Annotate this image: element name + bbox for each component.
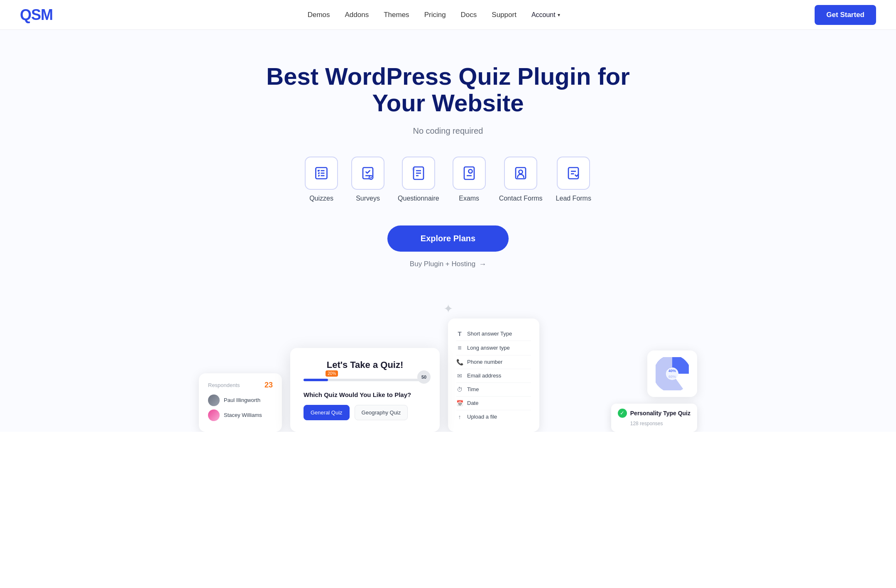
exams-icon — [462, 166, 477, 181]
hero-title: Best WordPress Quiz Plugin for Your Webs… — [261, 63, 635, 116]
feature-quizzes[interactable]: Quizzes — [305, 157, 338, 202]
quiz-card-title: Let's Take a Quiz! — [304, 360, 426, 370]
feature-surveys[interactable]: Surveys — [351, 157, 384, 202]
short-answer-label: Short answer Type — [467, 331, 512, 337]
personality-quiz-title: Personality Type Quiz — [630, 410, 690, 416]
nav-links: Demos Addons Themes Pricing Docs Support… — [308, 11, 560, 19]
questionnaire-label: Questionnaire — [398, 195, 439, 202]
feature-lead-forms[interactable]: Lead Forms — [556, 157, 591, 202]
questionnaire-icon — [411, 166, 426, 181]
quizzes-icon-box — [305, 157, 338, 190]
nav-pricing[interactable]: Pricing — [424, 11, 446, 19]
surveys-icon-box — [351, 157, 384, 190]
upload-label: Upload a file — [467, 414, 497, 420]
type-email: ✉ Email address — [456, 369, 531, 383]
short-answer-icon: T — [456, 330, 463, 337]
date-label: Date — [467, 400, 478, 406]
time-label: Time — [467, 386, 479, 392]
quizzes-icon — [314, 166, 329, 181]
navbar: QSM Demos Addons Themes Pricing Docs Sup… — [0, 0, 896, 30]
nav-support[interactable]: Support — [492, 11, 517, 19]
cta-section: Explore Plans Buy Plugin + Hosting → — [17, 225, 879, 269]
get-started-button[interactable]: Get Started — [815, 5, 876, 25]
respondents-card: Respondents 23 Paul Illingworth Stacey W… — [199, 373, 282, 432]
user1-avatar — [208, 394, 220, 406]
long-answer-icon: ≡ — [456, 344, 463, 352]
type-upload: ↑ Upload a file — [456, 410, 531, 424]
nav-account[interactable]: Account ▾ — [531, 11, 560, 19]
check-icon: ✓ — [618, 409, 627, 418]
quiz-card: Let's Take a Quiz! 20% 50 Which Quiz Wou… — [290, 348, 440, 432]
pie-chart-card: 40% 60% — [647, 350, 697, 397]
user1-name: Paul Illingworth — [224, 397, 260, 403]
quizzes-label: Quizzes — [309, 195, 333, 202]
exams-icon-box — [453, 157, 486, 190]
feature-questionnaire[interactable]: Questionnaire — [398, 157, 439, 202]
type-long-answer: ≡ Long answer type — [456, 341, 531, 355]
quiz-question: Which Quiz Would You Like to Play? — [304, 391, 426, 398]
personality-quiz-sub: 128 responses — [618, 421, 663, 426]
feature-exams[interactable]: Exams — [453, 157, 486, 202]
svg-text:60%: 60% — [668, 375, 676, 379]
surveys-label: Surveys — [356, 195, 380, 202]
logo[interactable]: QSM — [20, 6, 53, 24]
respondents-label: Respondents — [208, 382, 240, 388]
nav-themes[interactable]: Themes — [384, 11, 409, 19]
buy-link-text: Buy Plugin + Hosting — [410, 260, 475, 268]
nav-demos[interactable]: Demos — [308, 11, 330, 19]
svg-text:40%: 40% — [668, 369, 676, 373]
question-types-card: T Short answer Type ≡ Long answer type 📞… — [448, 318, 539, 432]
logo-text: QSM — [20, 6, 53, 24]
contact-forms-icon-box — [504, 157, 537, 190]
explore-plans-button[interactable]: Explore Plans — [387, 225, 509, 252]
exams-label: Exams — [459, 195, 479, 202]
progress-bar-container: 20% — [304, 379, 426, 381]
option2-button[interactable]: Geography Quiz — [355, 405, 408, 420]
demo-section: ✦ Respondents 23 Paul Illingworth Stacey… — [0, 294, 896, 432]
surveys-icon — [360, 166, 375, 181]
pie-chart: 40% 60% — [656, 357, 689, 390]
user2-row: Stacey Williams — [208, 409, 273, 421]
option1-button[interactable]: General Quiz — [304, 405, 350, 420]
star-icon: ✦ — [443, 302, 453, 316]
upload-icon: ↑ — [456, 414, 463, 420]
lead-forms-label: Lead Forms — [556, 195, 591, 202]
questionnaire-icon-box — [402, 157, 435, 190]
date-icon: 📅 — [456, 400, 463, 407]
demo-container: Respondents 23 Paul Illingworth Stacey W… — [199, 318, 697, 432]
long-answer-label: Long answer type — [467, 345, 510, 351]
quiz-options: General Quiz Geography Quiz — [304, 405, 426, 420]
respondents-count: 23 — [264, 381, 273, 390]
lead-forms-icon — [566, 166, 581, 181]
feature-contact-forms[interactable]: Contact Forms — [499, 157, 543, 202]
svg-rect-25 — [568, 167, 578, 179]
account-label: Account — [531, 11, 556, 19]
chevron-down-icon: ▾ — [558, 12, 560, 18]
nav-docs[interactable]: Docs — [461, 11, 477, 19]
email-icon: ✉ — [456, 372, 463, 379]
type-date: 📅 Date — [456, 397, 531, 410]
phone-icon: 📞 — [456, 359, 463, 365]
contact-forms-label: Contact Forms — [499, 195, 543, 202]
user1-row: Paul Illingworth — [208, 394, 273, 406]
personality-card: ✓ Personality Type Quiz 128 responses — [611, 404, 697, 432]
type-phone: 📞 Phone number — [456, 355, 531, 369]
type-short-answer: T Short answer Type — [456, 327, 531, 341]
svg-rect-15 — [412, 168, 415, 170]
email-label: Email address — [467, 372, 501, 379]
timer-value: 50 — [417, 370, 431, 384]
contact-forms-icon — [513, 166, 528, 181]
progress-label: 20% — [326, 370, 338, 377]
user2-name: Stacey Williams — [224, 412, 262, 418]
lead-forms-icon-box — [557, 157, 590, 190]
feature-icons-row: Quizzes Surveys — [17, 157, 879, 202]
user2-avatar — [208, 409, 220, 421]
phone-label: Phone number — [467, 359, 502, 365]
svg-point-24 — [519, 170, 523, 174]
type-time: ⏱ Time — [456, 383, 531, 397]
progress-bar — [304, 379, 328, 381]
hero-subtitle: No coding required — [17, 126, 879, 136]
time-icon: ⏱ — [456, 386, 463, 393]
nav-addons[interactable]: Addons — [345, 11, 369, 19]
buy-plugin-link[interactable]: Buy Plugin + Hosting → — [410, 260, 486, 269]
